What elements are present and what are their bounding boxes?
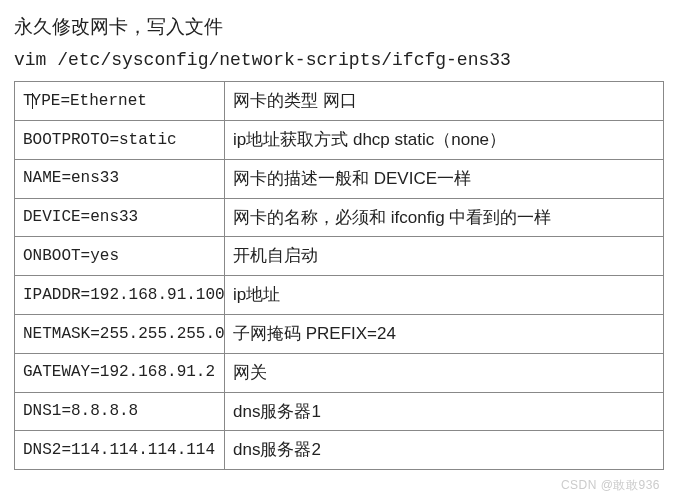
config-cell: DNS1=8.8.8.8: [15, 392, 225, 431]
config-cell: BOOTPROTO=static: [15, 120, 225, 159]
config-cell: DNS2=114.114.114.114: [15, 431, 225, 470]
table-row: GATEWAY=192.168.91.2 网关: [15, 353, 664, 392]
desc-cell: dns服务器1: [225, 392, 664, 431]
desc-cell: 子网掩码 PREFIX=24: [225, 314, 664, 353]
config-cell: GATEWAY=192.168.91.2: [15, 353, 225, 392]
desc-cell: 开机自启动: [225, 237, 664, 276]
table-row: TYPE=Ethernet 网卡的类型 网口: [15, 82, 664, 121]
desc-cell: 网卡的类型 网口: [225, 82, 664, 121]
table-row: DNS2=114.114.114.114 dns服务器2: [15, 431, 664, 470]
config-cell: IPADDR=192.168.91.100: [15, 276, 225, 315]
table-row: IPADDR=192.168.91.100 ip地址: [15, 276, 664, 315]
desc-cell: ip地址: [225, 276, 664, 315]
table-row: DEVICE=ens33 网卡的名称，必须和 ifconfig 中看到的一样: [15, 198, 664, 237]
table-row: DNS1=8.8.8.8 dns服务器1: [15, 392, 664, 431]
desc-cell: 网关: [225, 353, 664, 392]
config-table: TYPE=Ethernet 网卡的类型 网口 BOOTPROTO=static …: [14, 81, 664, 470]
vim-command: vim /etc/sysconfig/network-scripts/ifcfg…: [14, 46, 664, 75]
doc-title: 永久修改网卡，写入文件: [14, 12, 664, 42]
config-cell: NAME=ens33: [15, 159, 225, 198]
table-row: BOOTPROTO=static ip地址获取方式 dhcp static（no…: [15, 120, 664, 159]
config-cell: NETMASK=255.255.255.0: [15, 314, 225, 353]
config-cell: DEVICE=ens33: [15, 198, 225, 237]
table-row: ONBOOT=yes 开机自启动: [15, 237, 664, 276]
config-cell: TYPE=Ethernet: [15, 82, 225, 121]
desc-cell: dns服务器2: [225, 431, 664, 470]
table-row: NAME=ens33 网卡的描述一般和 DEVICE一样: [15, 159, 664, 198]
desc-cell: ip地址获取方式 dhcp static（none）: [225, 120, 664, 159]
watermark: CSDN @敢敢936: [561, 477, 660, 494]
desc-cell: 网卡的名称，必须和 ifconfig 中看到的一样: [225, 198, 664, 237]
table-row: NETMASK=255.255.255.0 子网掩码 PREFIX=24: [15, 314, 664, 353]
config-cell: ONBOOT=yes: [15, 237, 225, 276]
desc-cell: 网卡的描述一般和 DEVICE一样: [225, 159, 664, 198]
